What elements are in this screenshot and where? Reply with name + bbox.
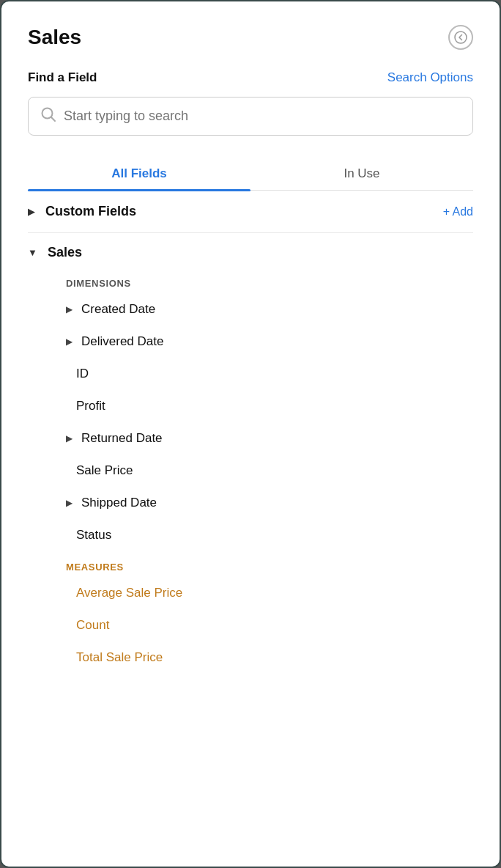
svg-line-2 [51, 117, 55, 121]
page-title: Sales [28, 26, 81, 49]
main-panel: Sales Find a Field Search Options [0, 0, 501, 868]
field-delivered-date[interactable]: ▶ Delivered Date [28, 326, 473, 358]
back-icon [454, 31, 467, 44]
sale-price-label: Sale Price [76, 463, 133, 477]
sales-group-label: Sales [48, 245, 82, 260]
add-custom-field-button[interactable]: + Add [443, 205, 473, 218]
returned-date-expand-icon: ▶ [66, 433, 73, 444]
sales-group-row: ▼ Sales [28, 233, 473, 268]
field-count[interactable]: Count [28, 609, 473, 641]
field-shipped-date[interactable]: ▶ Shipped Date [28, 487, 473, 519]
created-date-label: Created Date [81, 302, 155, 317]
custom-fields-expand-icon[interactable]: ▶ [28, 206, 35, 217]
find-field-label: Find a Field [28, 70, 97, 85]
total-sale-price-label: Total Sale Price [76, 650, 163, 664]
measures-label: MEASURES [28, 551, 473, 577]
header: Sales [28, 25, 473, 50]
field-id[interactable]: ID [28, 358, 473, 390]
custom-fields-section: ▶ Custom Fields + Add [28, 191, 473, 233]
shipped-date-label: Shipped Date [81, 496, 157, 510]
back-button[interactable] [448, 25, 473, 50]
field-profit[interactable]: Profit [28, 390, 473, 422]
tab-all-fields[interactable]: All Fields [28, 156, 250, 190]
svg-point-0 [455, 32, 467, 43]
returned-date-label: Returned Date [81, 431, 163, 446]
search-icon [40, 106, 56, 126]
status-label: Status [76, 528, 111, 542]
id-label: ID [76, 367, 89, 380]
average-sale-price-label: Average Sale Price [76, 586, 182, 600]
find-field-row: Find a Field Search Options [28, 70, 473, 85]
search-options-link[interactable]: Search Options [387, 70, 473, 85]
sales-collapse-icon[interactable]: ▼ [28, 247, 37, 258]
search-input[interactable] [64, 108, 461, 124]
delivered-date-label: Delivered Date [81, 334, 163, 349]
shipped-date-expand-icon: ▶ [66, 498, 73, 508]
search-box [28, 97, 473, 136]
field-created-date[interactable]: ▶ Created Date [28, 293, 473, 326]
field-returned-date[interactable]: ▶ Returned Date [28, 422, 473, 455]
count-label: Count [76, 618, 109, 632]
delivered-date-expand-icon: ▶ [66, 336, 73, 347]
field-status[interactable]: Status [28, 519, 473, 551]
custom-fields-label: Custom Fields [45, 204, 443, 219]
profit-label: Profit [76, 399, 105, 413]
tabs-container: All Fields In Use [28, 156, 473, 191]
field-average-sale-price[interactable]: Average Sale Price [28, 577, 473, 609]
field-sale-price[interactable]: Sale Price [28, 455, 473, 487]
dimensions-label: DIMENSIONS [28, 268, 473, 293]
created-date-expand-icon: ▶ [66, 304, 73, 315]
tab-in-use[interactable]: In Use [250, 156, 473, 190]
field-total-sale-price[interactable]: Total Sale Price [28, 641, 473, 674]
